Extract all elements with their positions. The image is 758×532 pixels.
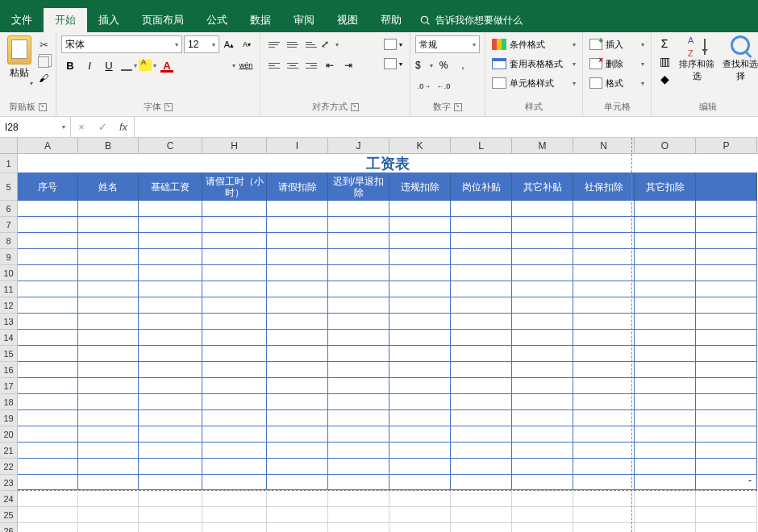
- data-cell[interactable]: [78, 281, 139, 297]
- data-cell[interactable]: [18, 346, 78, 362]
- orientation-button[interactable]: ⤢▾: [321, 35, 339, 53]
- data-cell[interactable]: [267, 394, 328, 410]
- data-cell[interactable]: [78, 346, 139, 362]
- row-header[interactable]: 6: [0, 201, 18, 217]
- data-cell[interactable]: [573, 265, 635, 281]
- data-cell[interactable]: [78, 330, 139, 346]
- data-cell[interactable]: [451, 314, 512, 330]
- empty-cell[interactable]: [328, 491, 389, 507]
- data-cell[interactable]: [139, 443, 202, 459]
- sheet-title-cell[interactable]: 工资表: [18, 154, 757, 173]
- empty-cell[interactable]: [267, 507, 328, 523]
- table-header-cell[interactable]: 违规扣除: [389, 173, 451, 201]
- clear-button[interactable]: ◆: [656, 71, 673, 87]
- data-cell[interactable]: [78, 297, 139, 314]
- align-center-button[interactable]: [284, 56, 302, 74]
- data-cell[interactable]: [635, 201, 696, 217]
- data-cell[interactable]: [451, 443, 512, 459]
- data-cell[interactable]: [635, 459, 696, 475]
- data-cell[interactable]: [635, 346, 696, 362]
- clipboard-dialog-launcher[interactable]: [39, 103, 47, 111]
- data-cell[interactable]: [512, 265, 573, 281]
- data-cell[interactable]: [267, 362, 328, 378]
- empty-cell[interactable]: [573, 523, 635, 532]
- empty-cell[interactable]: [696, 507, 757, 523]
- data-cell[interactable]: [267, 410, 328, 426]
- data-cell[interactable]: [267, 378, 328, 394]
- data-cell[interactable]: [512, 233, 573, 249]
- empty-cell[interactable]: [451, 491, 512, 507]
- data-cell[interactable]: [267, 233, 328, 249]
- data-cell[interactable]: [18, 281, 78, 297]
- percent-format-button[interactable]: %: [435, 56, 452, 74]
- data-cell[interactable]: [139, 265, 202, 281]
- data-cell[interactable]: [696, 314, 757, 330]
- cut-button[interactable]: [36, 37, 51, 52]
- data-cell[interactable]: [18, 362, 78, 378]
- data-cell[interactable]: [389, 362, 451, 378]
- data-cell[interactable]: [139, 410, 202, 426]
- empty-cell[interactable]: [267, 523, 328, 532]
- formula-input[interactable]: [135, 117, 758, 137]
- data-cell[interactable]: [78, 475, 139, 490]
- row-header[interactable]: 14: [0, 330, 18, 346]
- empty-cell[interactable]: [18, 523, 78, 532]
- data-cell[interactable]: [328, 475, 389, 490]
- decrease-font-button[interactable]: A▾: [239, 35, 255, 53]
- data-cell[interactable]: [635, 217, 696, 233]
- column-header[interactable]: C: [139, 138, 202, 153]
- font-dialog-launcher[interactable]: [165, 103, 173, 111]
- data-cell[interactable]: [696, 330, 757, 346]
- column-header[interactable]: O: [635, 138, 696, 153]
- row-header[interactable]: 23: [0, 475, 18, 491]
- data-cell[interactable]: [18, 265, 78, 281]
- autosum-button[interactable]: Σ: [656, 35, 673, 52]
- data-cell[interactable]: [139, 217, 202, 233]
- empty-cell[interactable]: [202, 491, 267, 507]
- data-cell[interactable]: [573, 249, 635, 265]
- data-cell[interactable]: [267, 330, 328, 346]
- data-cell[interactable]: [389, 378, 451, 394]
- data-cell[interactable]: [512, 443, 573, 459]
- data-cell[interactable]: [328, 265, 389, 281]
- table-header-cell[interactable]: 其它补贴: [512, 173, 573, 201]
- empty-cell[interactable]: [389, 507, 451, 523]
- decrease-indent-button[interactable]: ⇤: [321, 56, 339, 74]
- data-cell[interactable]: [573, 475, 635, 490]
- data-cell[interactable]: [139, 426, 202, 443]
- data-cell[interactable]: -: [696, 475, 757, 490]
- data-cell[interactable]: [451, 249, 512, 265]
- empty-cell[interactable]: [451, 523, 512, 532]
- align-middle-button[interactable]: [284, 35, 302, 53]
- data-cell[interactable]: [328, 281, 389, 297]
- data-cell[interactable]: [451, 426, 512, 443]
- data-cell[interactable]: [451, 281, 512, 297]
- data-cell[interactable]: [573, 233, 635, 249]
- table-header-cell[interactable]: 请假工时（小时）: [202, 173, 267, 201]
- border-button[interactable]: ▾: [119, 56, 137, 74]
- data-cell[interactable]: [451, 394, 512, 410]
- align-left-button[interactable]: [265, 56, 283, 74]
- empty-cell[interactable]: [512, 507, 573, 523]
- data-cell[interactable]: [139, 314, 202, 330]
- data-cell[interactable]: [696, 459, 757, 475]
- data-cell[interactable]: [328, 443, 389, 459]
- data-cell[interactable]: [18, 410, 78, 426]
- align-top-button[interactable]: [265, 35, 283, 53]
- confirm-formula-button[interactable]: ✓: [92, 121, 113, 133]
- data-cell[interactable]: [78, 217, 139, 233]
- data-cell[interactable]: [451, 265, 512, 281]
- bold-button[interactable]: B: [61, 56, 79, 74]
- empty-cell[interactable]: [267, 491, 328, 507]
- data-cell[interactable]: [451, 475, 512, 490]
- data-cell[interactable]: [696, 394, 757, 410]
- empty-cell[interactable]: [78, 523, 139, 532]
- data-cell[interactable]: [512, 459, 573, 475]
- data-cell[interactable]: [696, 378, 757, 394]
- underline-button[interactable]: U: [100, 56, 118, 74]
- data-cell[interactable]: [512, 346, 573, 362]
- column-header[interactable]: J: [328, 138, 389, 153]
- data-cell[interactable]: [267, 459, 328, 475]
- row-header[interactable]: 7: [0, 217, 18, 233]
- empty-cell[interactable]: [18, 507, 78, 523]
